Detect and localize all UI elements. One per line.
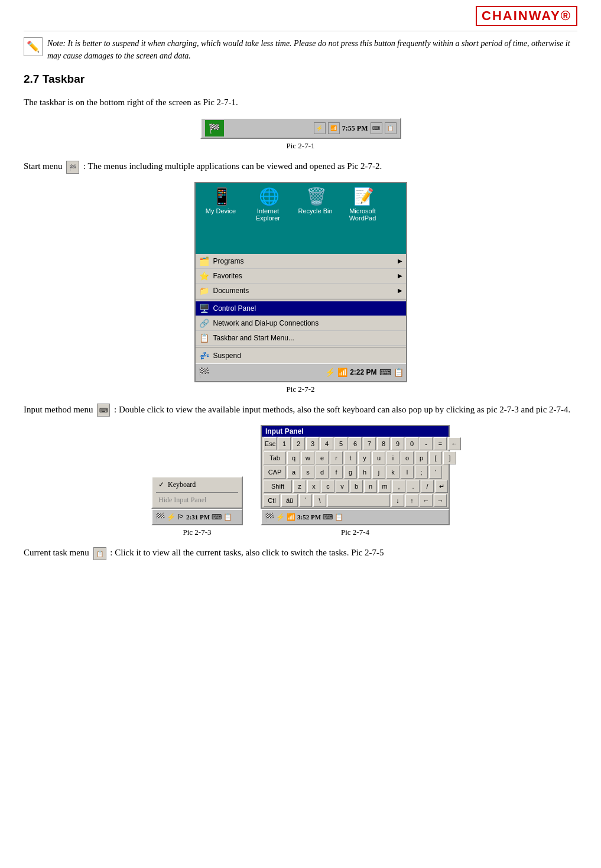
- key-u[interactable]: u: [372, 451, 385, 464]
- key-lbracket[interactable]: [: [429, 451, 442, 464]
- menu-item-controlpanel[interactable]: 🖥️ Control Panel: [196, 301, 406, 316]
- menu-item-suspend[interactable]: 💤 Suspend: [196, 349, 406, 363]
- key-q[interactable]: q: [287, 451, 300, 464]
- menu-item-documents[interactable]: 📁 Documents ▶: [196, 284, 406, 298]
- key-equals[interactable]: =: [434, 437, 447, 450]
- key-esc[interactable]: Esc: [264, 437, 277, 450]
- key-0[interactable]: 0: [405, 437, 418, 450]
- key-c[interactable]: c: [321, 480, 334, 493]
- start-flag-icon-272[interactable]: 🏁: [198, 367, 210, 378]
- key-v[interactable]: v: [336, 480, 349, 493]
- page-header: CHAINWAY®: [24, 6, 577, 31]
- task-icon-272[interactable]: 📋: [394, 368, 404, 377]
- key-semicolon[interactable]: ;: [415, 466, 428, 479]
- key-comma[interactable]: ,: [392, 480, 405, 493]
- key-minus[interactable]: -: [420, 437, 433, 450]
- kbd-icon-274[interactable]: ⌨: [323, 513, 333, 522]
- key-l[interactable]: l: [401, 466, 414, 479]
- key-4[interactable]: 4: [320, 437, 333, 450]
- key-a[interactable]: a: [287, 466, 300, 479]
- menu-item-network[interactable]: 🔗 Network and Dial-up Connections: [196, 316, 406, 331]
- key-tab[interactable]: Tab: [264, 451, 286, 464]
- key-5[interactable]: 5: [334, 437, 347, 450]
- key-p[interactable]: p: [415, 451, 428, 464]
- menu-item-programs[interactable]: 🗂️ Programs ▶: [196, 254, 406, 269]
- key-backtick[interactable]: `: [299, 494, 312, 507]
- task-icon[interactable]: 📋: [385, 122, 397, 134]
- key-quote[interactable]: ': [429, 466, 442, 479]
- key-ctrl[interactable]: Ctl: [264, 494, 280, 507]
- documents-arrow: ▶: [398, 287, 402, 294]
- key-auu[interactable]: áü: [281, 494, 298, 507]
- task-icon-274[interactable]: 📋: [334, 513, 343, 522]
- signal-274: 📶: [287, 513, 295, 522]
- desktop-icon-recyclebin[interactable]: 🗑️ Recycle Bin: [295, 187, 336, 251]
- key-d[interactable]: d: [316, 466, 329, 479]
- key-2[interactable]: 2: [292, 437, 305, 450]
- start-menu-mockup: 📱 My Device 🌐 Internet Explorer 🗑️ Recyc…: [194, 182, 407, 382]
- desktop-icon-mydevice[interactable]: 📱 My Device: [200, 187, 242, 251]
- key-g[interactable]: g: [344, 466, 357, 479]
- key-down[interactable]: ↓: [391, 494, 404, 507]
- key-k[interactable]: k: [386, 466, 399, 479]
- key-i[interactable]: i: [386, 451, 399, 464]
- key-period[interactable]: .: [407, 480, 420, 493]
- key-rbracket[interactable]: ]: [443, 451, 456, 464]
- favorites-label: Favorites: [213, 272, 242, 280]
- menu-item-taskbar[interactable]: 📋 Taskbar and Start Menu...: [196, 331, 406, 346]
- programs-icon: 🗂️: [199, 256, 210, 266]
- key-t[interactable]: t: [344, 451, 357, 464]
- task-icon-273[interactable]: 📋: [223, 513, 232, 522]
- key-up[interactable]: ↑: [405, 494, 418, 507]
- key-y[interactable]: y: [358, 451, 371, 464]
- start-button[interactable]: 🏁: [205, 120, 224, 136]
- desktop-icon-wordpad[interactable]: 📝 Microsoft WordPad: [342, 187, 384, 251]
- desktop-icon-ie[interactable]: 🌐 Internet Explorer: [248, 187, 289, 251]
- key-backspace[interactable]: ←: [448, 437, 461, 450]
- input-method-intro: Input method menu ⌨ : Double click to vi…: [24, 402, 577, 417]
- key-o[interactable]: o: [401, 451, 414, 464]
- key-3[interactable]: 3: [306, 437, 319, 450]
- key-space[interactable]: [327, 494, 390, 507]
- keyboard-icon-272[interactable]: ⌨: [379, 368, 391, 377]
- network-label: Network and Dial-up Connections: [213, 319, 319, 327]
- key-shift[interactable]: Shift: [264, 480, 292, 493]
- flag-273: 🏳: [177, 513, 184, 522]
- kbd-icon-273[interactable]: ⌨: [212, 513, 222, 522]
- input-inline-icon: ⌨: [97, 404, 110, 417]
- key-z[interactable]: z: [293, 480, 306, 493]
- start-icon-273[interactable]: 🏁: [155, 512, 165, 522]
- key-w[interactable]: w: [301, 451, 314, 464]
- key-enter[interactable]: ↵: [435, 480, 448, 493]
- key-1[interactable]: 1: [278, 437, 291, 450]
- keyboard-popup-keyboard[interactable]: Keyboard: [154, 479, 241, 491]
- key-9[interactable]: 9: [391, 437, 404, 450]
- key-slash[interactable]: /: [421, 480, 434, 493]
- key-right[interactable]: →: [434, 494, 447, 507]
- key-f[interactable]: f: [330, 466, 343, 479]
- start-menu-intro-2: : The menus including multiple applicati…: [83, 161, 382, 171]
- keyboard-icon[interactable]: ⌨: [371, 122, 382, 134]
- key-6[interactable]: 6: [349, 437, 362, 450]
- connection-icon: 📶: [328, 122, 340, 134]
- key-s[interactable]: s: [301, 466, 314, 479]
- key-b[interactable]: b: [350, 480, 363, 493]
- key-j[interactable]: j: [372, 466, 385, 479]
- key-m[interactable]: m: [378, 480, 391, 493]
- key-caps[interactable]: CAP: [264, 466, 286, 479]
- key-e[interactable]: e: [316, 451, 329, 464]
- start-icon-274[interactable]: 🏁: [264, 512, 274, 522]
- recyclebin-icon: 🗑️: [306, 187, 325, 206]
- keyboard-popup-hide[interactable]: Hide Input Panel: [154, 494, 241, 506]
- key-left[interactable]: ←: [420, 494, 433, 507]
- favorites-arrow: ▶: [398, 272, 402, 279]
- key-7[interactable]: 7: [363, 437, 376, 450]
- key-r[interactable]: r: [330, 451, 343, 464]
- menu-item-favorites[interactable]: ⭐ Favorites ▶: [196, 269, 406, 284]
- key-backslash[interactable]: \: [313, 494, 326, 507]
- key-h[interactable]: h: [358, 466, 371, 479]
- key-n[interactable]: n: [364, 480, 377, 493]
- key-x[interactable]: x: [307, 480, 320, 493]
- time-274: 3:52 PM: [297, 513, 321, 521]
- key-8[interactable]: 8: [377, 437, 390, 450]
